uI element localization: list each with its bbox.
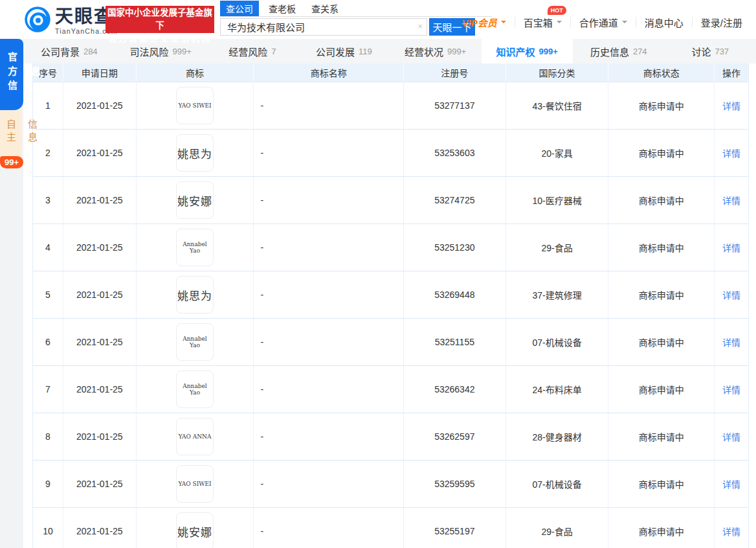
tianyancha-logo[interactable]: 天眼查 TianYanCha.com <box>23 5 118 36</box>
nav-tab-count: 274 <box>633 47 647 56</box>
row-trademark-cell: Annabel Yao <box>137 319 254 365</box>
row-index-cell: 8 <box>33 413 63 460</box>
menu-login-label: 登录/注册 <box>701 16 742 29</box>
trademark-image[interactable]: 姚思为 <box>176 134 214 172</box>
row-apply-date-cell: 2021-01-25 <box>63 366 137 413</box>
row-registration-number-cell: 53266342 <box>404 366 506 413</box>
detail-link[interactable]: 详情 <box>722 99 740 112</box>
row-trademark-name-cell: - <box>254 319 404 365</box>
menu-messages[interactable]: 消息中心 <box>636 17 693 27</box>
search-area: 查公司查老板查关系 × 天眼一下 <box>220 3 492 36</box>
row-apply-date-cell: 2021-01-25 <box>63 130 137 176</box>
trademark-image[interactable]: 姚思为 <box>176 276 214 314</box>
detail-link[interactable]: 详情 <box>722 477 740 490</box>
detail-link[interactable]: 详情 <box>722 194 740 207</box>
trademark-image[interactable]: YAO ANNA <box>176 418 214 455</box>
detail-link[interactable]: 详情 <box>722 241 740 254</box>
detail-link[interactable]: 详情 <box>722 383 740 396</box>
nav-tab-count: 737 <box>715 47 729 56</box>
column-header: 商标 <box>137 63 254 82</box>
detail-link[interactable]: 详情 <box>722 146 740 159</box>
nav-tab-label: 讨论 <box>691 45 711 58</box>
trademark-image[interactable]: Annabel Yao <box>176 323 214 361</box>
menu-messages-label: 消息中心 <box>645 16 684 29</box>
trademark-image[interactable]: 姚安娜 <box>176 181 214 219</box>
row-international-class-cell: 24-布料床单 <box>506 366 609 413</box>
row-index-cell: 3 <box>33 177 63 223</box>
row-index-cell: 7 <box>33 366 63 413</box>
row-trademark-cell: Annabel Yao <box>137 224 254 271</box>
row-index-cell: 10 <box>33 508 63 548</box>
chevron-down-icon <box>557 21 562 26</box>
chevron-down-icon <box>501 21 506 26</box>
nav-tab-count: 999+ <box>539 47 558 56</box>
menu-cooperation-label: 合作通道 <box>579 16 618 29</box>
search-tab[interactable]: 查老板 <box>263 1 302 16</box>
trademark-text: 姚安娜 <box>177 523 212 540</box>
row-international-class-cell: 29-食品 <box>506 508 609 548</box>
row-trademark-name-cell: - <box>254 177 404 223</box>
side-tab-self-info[interactable]: 自主信息 <box>0 110 21 163</box>
row-trademark-cell: 姚思为 <box>137 271 254 318</box>
row-international-class-cell: 37-建筑修理 <box>506 271 609 318</box>
row-index-cell: 4 <box>33 224 63 271</box>
nav-tab[interactable]: 知识产权999+ <box>482 39 573 63</box>
search-input[interactable] <box>220 18 427 36</box>
table-row: 3 2021-01-25 姚安娜 - 53274725 10-医疗器械 商标申请… <box>33 177 748 224</box>
nav-tab[interactable]: 公司背景284 <box>23 39 115 63</box>
row-status-cell: 商标申请中 <box>608 82 715 129</box>
row-registration-number-cell: 53251155 <box>404 319 506 365</box>
nav-tab[interactable]: 经营状况999+ <box>390 39 482 63</box>
search-tabs: 查公司查老板查关系 <box>220 3 492 17</box>
row-trademark-cell: 姚安娜 <box>137 508 254 548</box>
row-trademark-name-cell: - <box>254 413 404 460</box>
self-info-count-badge[interactable]: 99+ <box>0 156 23 168</box>
row-apply-date-cell: 2021-01-25 <box>63 508 137 548</box>
menu-toolbox-label: 百宝箱 <box>524 16 553 29</box>
trademark-table-header: 序号申请日期商标商标名称注册号国际分类商标状态操作 <box>33 63 748 82</box>
row-registration-number-cell: 53251230 <box>404 224 506 271</box>
clear-icon[interactable]: × <box>417 22 423 31</box>
row-action-cell: 详情 <box>715 82 748 129</box>
nav-tab[interactable]: 历史信息274 <box>573 39 665 63</box>
detail-link[interactable]: 详情 <box>722 525 740 538</box>
row-action-cell: 详情 <box>715 271 748 318</box>
nav-tab-count: 284 <box>83 47 98 56</box>
row-trademark-cell: 姚安娜 <box>137 177 254 223</box>
column-header: 国际分类 <box>506 63 609 82</box>
search-tab[interactable]: 查关系 <box>306 1 344 16</box>
trademark-table-body: 1 2021-01-25 YAO SIWEI - 53277137 43-餐饮住… <box>33 82 748 548</box>
nav-tab-count: 999+ <box>447 47 466 56</box>
detail-link[interactable]: 详情 <box>722 288 740 301</box>
nav-tab-count: 999+ <box>173 47 192 56</box>
chevron-down-icon <box>622 21 627 26</box>
menu-toolbox[interactable]: HOT 百宝箱 <box>515 17 571 27</box>
nav-tab-label: 经营状况 <box>405 45 443 58</box>
detail-link[interactable]: 详情 <box>722 336 740 348</box>
row-index-cell: 6 <box>33 319 63 365</box>
row-trademark-name-cell: - <box>254 461 404 507</box>
nav-tab[interactable]: 经营风险7 <box>206 39 298 63</box>
menu-vip[interactable]: VIP会员 <box>454 17 515 27</box>
trademark-text: 姚安娜 <box>177 192 212 209</box>
menu-vip-label: VIP会员 <box>462 16 497 29</box>
menu-cooperation[interactable]: 合作通道 <box>571 17 636 27</box>
trademark-image[interactable]: Annabel Yao <box>176 371 214 408</box>
row-status-cell: 商标申请中 <box>608 366 715 413</box>
trademark-image[interactable]: Annabel Yao <box>176 229 214 266</box>
trademark-image[interactable]: YAO SIWEI <box>176 465 214 503</box>
trademark-image[interactable]: YAO SIWEI <box>176 87 214 124</box>
trademark-text: YAO SIWEI <box>179 481 212 487</box>
row-status-cell: 商标申请中 <box>608 319 715 365</box>
row-international-class-cell: 43-餐饮住宿 <box>506 82 609 129</box>
detail-link[interactable]: 详情 <box>722 430 740 443</box>
trademark-text: 姚思为 <box>177 145 212 161</box>
side-tab-official-info[interactable]: 官方信息 <box>0 39 23 110</box>
search-tab[interactable]: 查公司 <box>220 1 259 16</box>
nav-tab[interactable]: 讨论737 <box>665 39 756 63</box>
menu-login[interactable]: 登录/注册 <box>693 17 751 27</box>
table-row: 9 2021-01-25 YAO SIWEI - 53259595 07-机械设… <box>33 461 748 508</box>
trademark-image[interactable]: 姚安娜 <box>176 512 214 548</box>
row-action-cell: 详情 <box>715 508 748 548</box>
nav-tab[interactable]: 公司发展119 <box>298 39 390 63</box>
